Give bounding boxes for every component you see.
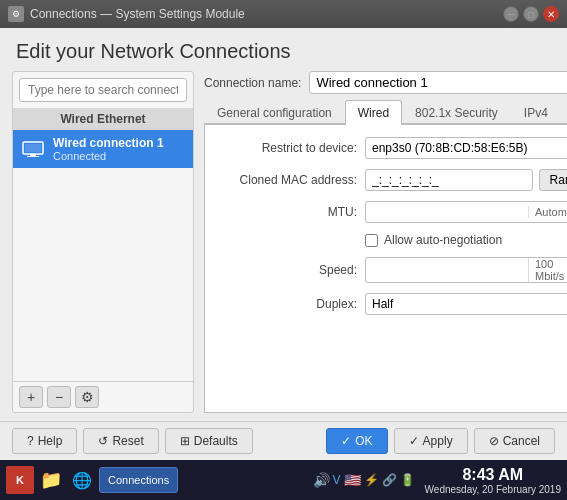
mtu-input-wrap: Automatic ▲ ▼ (365, 201, 567, 223)
speed-input[interactable] (366, 260, 528, 280)
add-connection-button[interactable]: + (19, 386, 43, 408)
duplex-wrap: Half Full (365, 293, 567, 315)
left-panel: Wired Ethernet Wired connection 1 Connec… (12, 71, 194, 413)
tab-wired[interactable]: Wired (345, 100, 402, 125)
mtu-auto-label: Automatic (528, 206, 567, 218)
help-icon: ? (27, 434, 34, 448)
mtu-wrap: Automatic ▲ ▼ (365, 201, 567, 223)
duplex-row: Duplex: Half Full (217, 293, 567, 315)
tab-ipv6[interactable]: IPv6 (561, 100, 567, 125)
speed-row: Speed: 100 Mbit/s ▲ ▼ (217, 257, 567, 283)
tab-ipv4[interactable]: IPv4 (511, 100, 561, 125)
bottom-left-buttons: ? Help ↺ Reset ⊞ Defaults (12, 428, 320, 454)
taskbar-clock: 8:43 AM Wednesday, 20 February 2019 (425, 466, 561, 495)
svg-rect-2 (27, 156, 39, 157)
speed-label: Speed: (217, 263, 357, 277)
auto-neg-checkbox[interactable] (365, 234, 378, 247)
right-panel: Connection name: General configuration W… (204, 71, 567, 413)
mtu-label: MTU: (217, 205, 357, 219)
search-input[interactable] (19, 78, 187, 102)
vpn-icon[interactable]: V (333, 473, 341, 487)
minimize-button[interactable]: ─ (503, 6, 519, 22)
network-tray-icon[interactable]: 🔗 (382, 473, 397, 487)
flag-icon: 🇺🇸 (344, 472, 361, 488)
random-mac-button[interactable]: Random (539, 169, 567, 191)
title-bar: ⚙ Connections — System Settings Module ─… (0, 0, 567, 28)
mac-address-wrap: Random (365, 169, 567, 191)
page-title: Edit your Network Connections (0, 28, 567, 71)
connection-name-input[interactable] (309, 71, 567, 94)
tabs: General configuration Wired 802.1x Secur… (204, 100, 567, 125)
wired-tab-content: Restrict to device: enp3s0 (70:8B:CD:58:… (204, 125, 567, 413)
auto-neg-label: Allow auto-negotiation (384, 233, 502, 247)
svg-rect-1 (30, 154, 36, 156)
cancel-icon: ⊘ (489, 434, 499, 448)
clock-time: 8:43 AM (462, 466, 523, 484)
conn-name: Wired connection 1 (53, 136, 164, 150)
duplex-label: Duplex: (217, 297, 357, 311)
taskbar-tray: 🔊 V 🇺🇸 ⚡ 🔗 🔋 (313, 472, 415, 488)
title-bar-text: Connections — System Settings Module (30, 7, 245, 21)
restrict-device-wrap: enp3s0 (70:8B:CD:58:E6:5B) (365, 137, 567, 159)
taskbar-app[interactable]: Connections (99, 467, 178, 493)
mac-address-label: Cloned MAC address: (217, 173, 357, 187)
apply-button[interactable]: ✓ Apply (394, 428, 468, 454)
restrict-device-row: Restrict to device: enp3s0 (70:8B:CD:58:… (217, 137, 567, 159)
ok-button[interactable]: ✓ OK (326, 428, 387, 454)
content-area: Wired Ethernet Wired connection 1 Connec… (0, 71, 567, 421)
bluetooth-icon[interactable]: ⚡ (364, 473, 379, 487)
panel-actions: + − ⚙ (13, 381, 193, 412)
defaults-button[interactable]: ⊞ Defaults (165, 428, 253, 454)
conn-status: Connected (53, 150, 164, 162)
app-icon: ⚙ (8, 6, 24, 22)
mtu-input[interactable] (366, 202, 528, 222)
svg-rect-3 (25, 144, 41, 152)
auto-neg-row: Allow auto-negotiation (365, 233, 567, 247)
speed-input-wrap: 100 Mbit/s ▲ ▼ (365, 257, 567, 283)
connection-item[interactable]: Wired connection 1 Connected (13, 130, 193, 168)
taskbar-left: K 📁 🌐 Connections (6, 466, 309, 494)
taskbar-app-label: Connections (108, 474, 169, 486)
speed-value-label: 100 Mbit/s (528, 258, 567, 282)
cancel-button[interactable]: ⊘ Cancel (474, 428, 555, 454)
tab-general[interactable]: General configuration (204, 100, 345, 125)
main-window: Edit your Network Connections Wired Ethe… (0, 28, 567, 460)
battery-icon: 🔋 (400, 473, 415, 487)
bottom-right-buttons: ✓ OK ✓ Apply ⊘ Cancel (326, 428, 555, 454)
reset-button[interactable]: ↺ Reset (83, 428, 158, 454)
start-button[interactable]: K (6, 466, 34, 494)
restrict-device-select[interactable]: enp3s0 (70:8B:CD:58:E6:5B) (365, 137, 567, 159)
window-controls: ─ □ ✕ (503, 6, 559, 22)
apply-icon: ✓ (409, 434, 419, 448)
bottom-bar: ? Help ↺ Reset ⊞ Defaults ✓ OK ✓ Apply ⊘ (0, 421, 567, 460)
connection-item-text: Wired connection 1 Connected (53, 136, 164, 162)
clock-date: Wednesday, 20 February 2019 (425, 484, 561, 495)
connection-name-label: Connection name: (204, 76, 301, 90)
connection-name-row: Connection name: (204, 71, 567, 94)
help-button[interactable]: ? Help (12, 428, 77, 454)
maximize-button[interactable]: □ (523, 6, 539, 22)
network-icon (21, 140, 45, 158)
settings-connection-button[interactable]: ⚙ (75, 386, 99, 408)
close-button[interactable]: ✕ (543, 6, 559, 22)
mac-address-row: Cloned MAC address: Random (217, 169, 567, 191)
file-manager-icon[interactable]: 📁 (37, 466, 65, 494)
mtu-row: MTU: Automatic ▲ ▼ (217, 201, 567, 223)
speed-wrap: 100 Mbit/s ▲ ▼ (365, 257, 567, 283)
section-header: Wired Ethernet (13, 108, 193, 130)
duplex-select[interactable]: Half Full (365, 293, 567, 315)
mac-address-input[interactable] (365, 169, 533, 191)
tab-8021x[interactable]: 802.1x Security (402, 100, 511, 125)
ok-icon: ✓ (341, 434, 351, 448)
restrict-device-label: Restrict to device: (217, 141, 357, 155)
remove-connection-button[interactable]: − (47, 386, 71, 408)
taskbar: K 📁 🌐 Connections 🔊 V 🇺🇸 ⚡ 🔗 🔋 8:43 AM W… (0, 460, 567, 500)
reset-icon: ↺ (98, 434, 108, 448)
browser-icon[interactable]: 🌐 (68, 466, 96, 494)
defaults-icon: ⊞ (180, 434, 190, 448)
volume-icon[interactable]: 🔊 (313, 472, 330, 488)
